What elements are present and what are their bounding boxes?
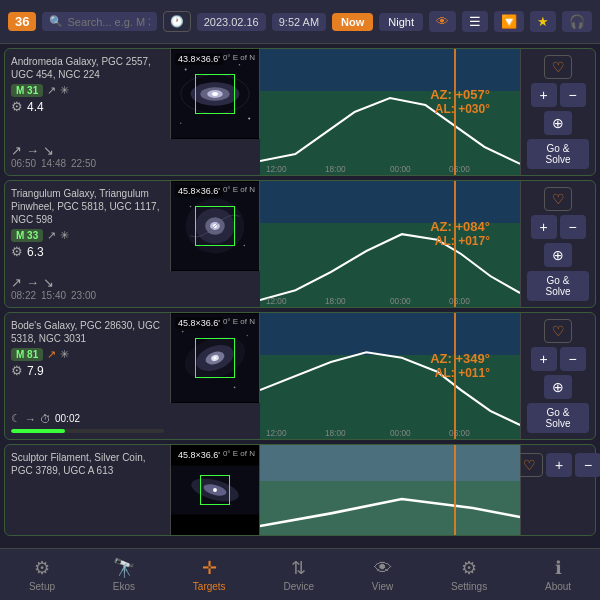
card-chart: 12:00 18:00 00:00 06:00 AZ: +349° AL: +0…	[260, 313, 520, 439]
az-al-display: AZ: +349° AL: +011°	[430, 351, 490, 380]
target-button[interactable]: ⊕	[544, 243, 572, 267]
fov-direction-label: 0° E of N	[223, 449, 255, 458]
clock-area: 🕐	[163, 11, 191, 32]
target-card: Triangulum Galaxy, Triangulum Pinwheel, …	[4, 180, 596, 308]
go-solve-button[interactable]: Go & Solve	[527, 271, 589, 301]
eye-button[interactable]: 👁	[429, 11, 456, 32]
rise-time: 08:22	[11, 290, 36, 301]
card-catalog: M 81 ↗ ✳	[11, 348, 164, 361]
search-icon: 🔍	[49, 15, 63, 28]
nav-targets[interactable]: ✛ Targets	[185, 553, 234, 596]
nav-view[interactable]: 👁 View	[364, 554, 402, 596]
svg-text:00:00: 00:00	[390, 428, 411, 439]
night-button[interactable]: Night	[379, 13, 423, 31]
nav-setup-label: Setup	[29, 581, 55, 592]
rise-icon: ↗	[11, 275, 22, 290]
now-button[interactable]: Now	[332, 13, 373, 31]
transit-icon: →	[26, 143, 39, 158]
ekos-icon: 🔭	[113, 557, 135, 579]
card-name: Bode's Galaxy, PGC 28630, UGC 5318, NGC …	[11, 319, 164, 345]
timer-value: 00:02	[55, 413, 80, 424]
clock-icon: ⏱	[40, 413, 51, 425]
remove-button[interactable]: −	[560, 215, 586, 239]
svg-text:18:00: 18:00	[325, 428, 346, 439]
svg-point-9	[180, 123, 182, 125]
target-card: Andromeda Galaxy, PGC 2557, UGC 454, NGC…	[4, 48, 596, 176]
search-input[interactable]	[67, 16, 149, 28]
add-button[interactable]: +	[531, 347, 557, 371]
favorite-button[interactable]: ♡	[544, 55, 572, 79]
nav-about-label: About	[545, 581, 571, 592]
targets-list: Andromeda Galaxy, PGC 2557, UGC 454, NGC…	[0, 44, 600, 548]
svg-text:00:00: 00:00	[390, 296, 411, 307]
svg-point-24	[190, 206, 192, 208]
add-minus-actions: + −	[531, 347, 586, 371]
nav-settings[interactable]: ⚙ Settings	[443, 553, 495, 596]
fov-size-label: 45.8×36.6'	[175, 317, 223, 329]
search-box[interactable]: 🔍	[42, 12, 156, 31]
go-solve-button[interactable]: Go & Solve	[527, 403, 589, 433]
card-left: Bode's Galaxy, PGC 28630, UGC 5318, NGC …	[5, 313, 170, 439]
card-time-icons: ↗ → ↘	[11, 275, 164, 290]
fov-box	[195, 206, 235, 246]
card-actions: ♡ + − ⊕ Go & Solve	[520, 49, 595, 175]
filter-button[interactable]: 🔽	[494, 11, 524, 32]
top-actions: ♡	[544, 187, 572, 211]
rating-icon: ⚙	[11, 244, 23, 259]
set-icon: ↘	[43, 143, 54, 158]
card-image: 43.8×36.6' 0° E of N	[170, 49, 260, 139]
add-button[interactable]: +	[546, 453, 572, 477]
fov-size-label: 45.8×36.6'	[175, 449, 223, 461]
arrow-icon: ↗	[47, 348, 56, 361]
card-chart: 12:00 18:00 00:00 06:00 AZ: +057° AL: +0…	[260, 49, 520, 175]
svg-text:18:00: 18:00	[325, 296, 346, 307]
catalog-id: M 31	[11, 84, 43, 97]
fov-box	[200, 475, 230, 505]
remove-button[interactable]: −	[560, 347, 586, 371]
svg-point-25	[244, 245, 246, 247]
card-rating-row: ⚙ 6.3	[11, 244, 164, 259]
list-button[interactable]: ☰	[462, 11, 488, 32]
target-button[interactable]: ⊕	[544, 375, 572, 399]
set-time: 22:50	[71, 158, 96, 169]
nav-view-label: View	[372, 581, 394, 592]
svg-text:12:00: 12:00	[266, 428, 287, 439]
nav-about[interactable]: ℹ About	[537, 553, 579, 596]
remove-button[interactable]: −	[575, 453, 600, 477]
altitude-value: AL: +030°	[430, 102, 490, 116]
nav-device-label: Device	[283, 581, 314, 592]
nav-setup[interactable]: ⚙ Setup	[21, 553, 63, 596]
set-time: 23:00	[71, 290, 96, 301]
time-button[interactable]: 9:52 AM	[272, 13, 326, 31]
favorite-button[interactable]: ♡	[544, 319, 572, 343]
favorite-button[interactable]: ♡	[544, 187, 572, 211]
nav-settings-label: Settings	[451, 581, 487, 592]
add-button[interactable]: +	[531, 83, 557, 107]
card-chart	[260, 445, 520, 535]
date-button[interactable]: 2023.02.16	[197, 13, 266, 31]
svg-point-40	[247, 335, 248, 336]
fov-size-label: 43.8×36.6'	[175, 53, 223, 65]
card-catalog: M 31 ↗ ✳	[11, 84, 164, 97]
card-actions: ♡ + −	[520, 445, 595, 535]
nav-ekos[interactable]: 🔭 Ekos	[105, 553, 143, 596]
add-minus-actions: + −	[531, 215, 586, 239]
add-button[interactable]: +	[531, 215, 557, 239]
target-button[interactable]: ⊕	[544, 111, 572, 135]
top-actions: ♡	[544, 319, 572, 343]
svg-text:12:00: 12:00	[266, 164, 287, 175]
headphone-button[interactable]: 🎧	[562, 11, 592, 32]
star-button[interactable]: ★	[530, 11, 556, 32]
rating-icon: ⚙	[11, 363, 23, 378]
go-solve-button[interactable]: Go & Solve	[527, 139, 589, 169]
arrow-icon: ↗	[47, 84, 56, 97]
card-image: 45.8×36.6' 0° E of N	[170, 313, 260, 403]
star-cluster-icon: ✳	[60, 229, 69, 242]
remove-button[interactable]: −	[560, 83, 586, 107]
svg-rect-54	[260, 481, 520, 535]
card-times: 08:22 15:40 23:00	[11, 290, 164, 301]
nav-device[interactable]: ⇅ Device	[275, 553, 322, 596]
card-chart: 12:00 18:00 00:00 06:00 AZ: +084° AL: +0…	[260, 181, 520, 307]
card-image: 45.8×36.6' 0° E of N	[170, 445, 260, 535]
transit-time: 14:48	[41, 158, 66, 169]
